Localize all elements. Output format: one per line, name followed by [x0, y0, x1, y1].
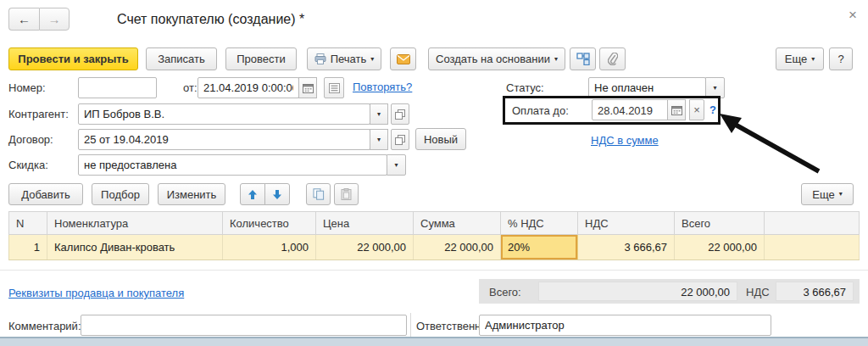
items-table-header: N Номенклатура Количество Цена Сумма % Н… — [8, 211, 860, 235]
discount-input[interactable] — [78, 154, 387, 176]
items-table: N Номенклатура Количество Цена Сумма % Н… — [8, 211, 860, 260]
pick-items-label: Подбор — [101, 188, 140, 201]
forward-arrow-icon: → — [48, 12, 61, 26]
move-up-button[interactable] — [240, 183, 265, 205]
back-button[interactable]: ← — [8, 8, 39, 31]
pay-until-clear-button[interactable]: × — [689, 99, 704, 120]
vat-in-sum-link[interactable]: НДС в сумме — [591, 134, 659, 147]
responsible-input[interactable] — [479, 315, 771, 336]
comment-label: Комментарий: — [8, 320, 81, 332]
header-cell-total: Всего — [675, 212, 765, 234]
date-label: от: — [183, 81, 198, 94]
date-input[interactable] — [198, 77, 299, 98]
totals-bar: Всего: 22 000,00 НДС 3 666,67 — [479, 279, 860, 304]
cell-vat-rate-selected[interactable]: 20% — [501, 235, 578, 260]
page-title: Счет покупателю (создание) * — [117, 12, 304, 27]
cell-nomenclature[interactable]: Калипсо Диван-кровать — [47, 235, 223, 260]
status-label: Статус: — [506, 81, 544, 94]
discount-label: Скидка: — [8, 159, 48, 171]
caret-down-icon: ▾ — [370, 56, 374, 63]
header-cell-vat-rate: % НДС — [501, 212, 578, 234]
cell-quantity[interactable]: 1,000 — [223, 235, 316, 260]
pay-until-help-link[interactable]: ? — [709, 103, 716, 116]
nav-history-group: ← → — [8, 8, 70, 31]
repeat-link[interactable]: Повторять? — [353, 81, 412, 93]
cell-price[interactable]: 22 000,00 — [316, 235, 414, 260]
counterparty-input[interactable] — [78, 103, 370, 125]
attachments-button[interactable] — [599, 47, 626, 70]
cell-empty — [765, 235, 860, 260]
toolbar-more-button[interactable]: Еще ▾ — [776, 47, 824, 70]
create-on-basis-button[interactable]: Создать на основании ▾ — [428, 47, 565, 70]
back-arrow-icon: ← — [18, 12, 31, 26]
caret-down-icon: ▾ — [394, 162, 398, 169]
items-more-button[interactable]: Еще ▾ — [801, 183, 854, 205]
open-list-button[interactable] — [324, 77, 344, 98]
add-row-label: Добавить — [21, 188, 70, 201]
printer-icon — [314, 53, 326, 64]
create-on-basis-label: Создать на основании — [436, 53, 550, 65]
header-cell-sum: Сумма — [414, 212, 501, 234]
post-label: Провести — [236, 53, 286, 65]
copy-rows-button[interactable] — [306, 183, 331, 205]
post-button[interactable]: Провести — [225, 47, 297, 70]
list-icon — [329, 83, 340, 93]
add-row-button[interactable]: Добавить — [8, 183, 83, 205]
number-label: Номер: — [8, 81, 46, 94]
window-close-button[interactable]: × — [849, 7, 857, 24]
print-button[interactable]: Печать ▾ — [307, 47, 381, 70]
caret-down-icon: ▾ — [377, 111, 381, 118]
move-down-button[interactable] — [264, 183, 290, 205]
pay-until-highlight-box: Оплата до: 28.04.2019 × ? — [503, 96, 721, 125]
date-calendar-button[interactable] — [298, 77, 317, 98]
pay-until-calendar-button[interactable] — [667, 99, 686, 120]
annotation-arrow — [717, 110, 826, 175]
vat-total-label: НДС — [746, 286, 770, 299]
envelope-icon — [397, 54, 410, 64]
email-button[interactable] — [390, 47, 416, 70]
counterparty-open-button[interactable] — [391, 103, 409, 125]
save-button[interactable]: Записать — [146, 47, 217, 70]
paste-rows-button[interactable] — [334, 183, 359, 205]
pay-until-input[interactable]: 28.04.2019 — [592, 99, 668, 120]
calendar-icon — [671, 105, 682, 115]
caret-down-icon: ▾ — [713, 85, 716, 92]
cell-total[interactable]: 22 000,00 — [675, 235, 765, 260]
cell-vat[interactable]: 3 666,67 — [578, 235, 675, 260]
help-button[interactable]: ? — [829, 47, 853, 70]
up-arrow-icon — [248, 189, 258, 200]
cell-n[interactable]: 1 — [9, 235, 47, 260]
total-label: Всего: — [489, 286, 521, 299]
copy-icon — [313, 188, 325, 200]
post-and-close-label: Провести и закрыть — [18, 53, 128, 65]
contract-input[interactable] — [78, 129, 370, 150]
contract-open-button[interactable] — [391, 129, 409, 150]
post-and-close-button[interactable]: Провести и закрыть — [8, 47, 138, 70]
discount-dropdown-button[interactable]: ▾ — [387, 154, 406, 176]
cell-sum[interactable]: 22 000,00 — [414, 235, 501, 260]
related-documents-button[interactable] — [570, 47, 596, 70]
header-cell-empty — [765, 212, 860, 234]
caret-down-icon: ▾ — [554, 56, 558, 63]
help-label: ? — [837, 53, 843, 65]
seller-buyer-details-link[interactable]: Реквизиты продавца и покупателя — [8, 287, 184, 299]
new-contract-button[interactable]: Новый — [415, 128, 466, 150]
table-row[interactable]: 1 Калипсо Диван-кровать 1,000 22 000,00 … — [8, 235, 860, 260]
items-more-label: Еще — [812, 188, 834, 201]
header-cell-n: N — [9, 212, 47, 234]
forward-button[interactable]: → — [39, 8, 70, 31]
print-label: Печать — [331, 53, 367, 65]
caret-down-icon: ▾ — [839, 191, 843, 198]
number-input[interactable] — [78, 77, 157, 98]
pick-items-button[interactable]: Подбор — [92, 183, 149, 205]
comment-input[interactable] — [81, 315, 407, 336]
header-cell-vat: НДС — [578, 212, 675, 234]
edit-item-button[interactable]: Изменить — [158, 183, 225, 205]
down-arrow-icon — [272, 189, 282, 200]
paste-icon — [341, 188, 352, 200]
contract-dropdown-button[interactable]: ▾ — [370, 129, 388, 150]
pane-splitter — [410, 313, 411, 337]
counterparty-dropdown-button[interactable]: ▾ — [370, 103, 388, 125]
header-cell-quantity: Количество — [223, 212, 316, 234]
total-value: 22 000,00 — [538, 282, 737, 301]
